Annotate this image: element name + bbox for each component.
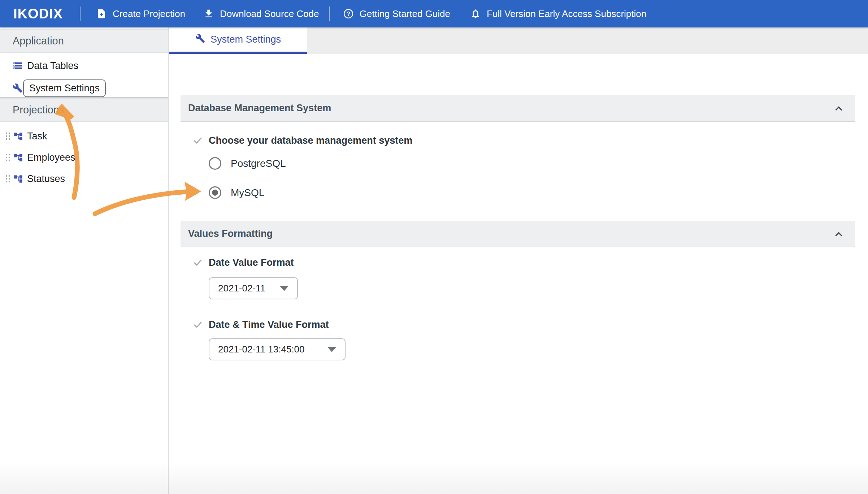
section-title-application: Application bbox=[13, 35, 64, 47]
topbar-divider bbox=[329, 6, 330, 21]
field-label-row: Date Value Format bbox=[181, 257, 855, 268]
caret-down-icon bbox=[280, 286, 288, 291]
sidebar-section-projections: Projections bbox=[0, 98, 168, 122]
sidebar-item-employees[interactable]: Employees bbox=[0, 148, 168, 167]
datetime-format-label: Date & Time Value Format bbox=[209, 319, 329, 330]
download-icon bbox=[203, 8, 214, 19]
tree-icon bbox=[13, 131, 23, 141]
panel-header-values-formatting[interactable]: Values Formatting bbox=[181, 221, 855, 247]
datetime-format-select[interactable]: 2021-02-11 13:45:00 bbox=[209, 338, 346, 360]
tab-strip: System Settings bbox=[169, 27, 868, 54]
panel-header-database-management[interactable]: Database Management System bbox=[181, 95, 855, 122]
question-label: Choose your database management system bbox=[209, 135, 412, 146]
early-access-label: Full Version Early Access Subscription bbox=[487, 8, 646, 20]
chevron-up-icon[interactable] bbox=[832, 103, 845, 115]
date-format-value: 2021-02-11 bbox=[218, 283, 265, 294]
sidebar-item-label: Data Tables bbox=[27, 60, 78, 72]
sidebar-item-label: Employees bbox=[27, 152, 75, 163]
section-title-projections: Projections bbox=[13, 104, 64, 116]
drag-handle-icon[interactable] bbox=[4, 153, 12, 162]
check-icon bbox=[192, 319, 203, 330]
field-label-row: Date & Time Value Format bbox=[181, 319, 855, 330]
tree-icon bbox=[13, 174, 23, 184]
date-format-label: Date Value Format bbox=[209, 257, 294, 268]
create-projection-label: Create Projection bbox=[113, 8, 185, 20]
top-navigation-bar: IKODIX Create Projection Download Source… bbox=[0, 0, 868, 27]
check-icon bbox=[192, 135, 203, 146]
sidebar-item-label: Statuses bbox=[27, 173, 65, 185]
radio-unselected-icon[interactable] bbox=[209, 157, 221, 170]
caret-down-icon bbox=[327, 347, 336, 352]
sidebar-section-application: Application bbox=[0, 29, 168, 53]
early-access-button[interactable]: Full Version Early Access Subscription bbox=[470, 8, 646, 20]
drag-handle-icon[interactable] bbox=[4, 131, 12, 141]
sidebar-item-data-tables[interactable]: Data Tables bbox=[0, 56, 168, 75]
panel-database-management: Database Management System Choose your d… bbox=[181, 95, 855, 199]
radio-option-mysql[interactable]: MySQL bbox=[181, 186, 855, 199]
download-source-button[interactable]: Download Source Code bbox=[203, 8, 319, 20]
storage-icon bbox=[13, 61, 23, 71]
radio-label: MySQL bbox=[231, 187, 264, 199]
panel-values-formatting: Values Formatting Date Value Format 2021… bbox=[181, 221, 855, 360]
chevron-up-icon[interactable] bbox=[832, 228, 845, 240]
sidebar: Application Data Tables System Settings … bbox=[0, 27, 169, 494]
sidebar-item-label-focused: System Settings bbox=[23, 79, 106, 97]
panel-title: Values Formatting bbox=[188, 228, 273, 239]
sidebar-item-label: Task bbox=[27, 131, 47, 142]
wrench-icon bbox=[13, 83, 23, 93]
tab-label: System Settings bbox=[211, 34, 281, 45]
datetime-format-value: 2021-02-11 13:45:00 bbox=[218, 344, 305, 355]
sidebar-item-task[interactable]: Task bbox=[0, 127, 168, 146]
create-projection-button[interactable]: Create Projection bbox=[96, 8, 185, 20]
getting-started-button[interactable]: ? Getting Started Guide bbox=[343, 8, 450, 20]
sidebar-item-system-settings[interactable]: System Settings bbox=[0, 79, 168, 98]
wrench-icon bbox=[195, 34, 205, 46]
drag-handle-icon[interactable] bbox=[4, 174, 12, 183]
app-logo: IKODIX bbox=[13, 6, 64, 22]
svg-text:?: ? bbox=[347, 10, 350, 17]
help-icon: ? bbox=[343, 8, 354, 19]
question-row: Choose your database management system bbox=[181, 135, 855, 146]
tree-icon bbox=[13, 153, 23, 162]
radio-label: PostgreSQL bbox=[231, 158, 286, 169]
bell-icon bbox=[470, 8, 481, 19]
radio-selected-icon[interactable] bbox=[209, 186, 221, 199]
download-source-label: Download Source Code bbox=[220, 8, 319, 20]
getting-started-label: Getting Started Guide bbox=[360, 8, 450, 20]
sidebar-item-statuses[interactable]: Statuses bbox=[0, 169, 168, 188]
date-format-select[interactable]: 2021-02-11 bbox=[209, 277, 298, 299]
topbar-divider bbox=[80, 6, 81, 21]
check-icon bbox=[192, 257, 203, 268]
panel-title: Database Management System bbox=[188, 103, 331, 114]
tab-system-settings[interactable]: System Settings bbox=[169, 27, 307, 54]
note-add-icon bbox=[96, 8, 107, 19]
sidebar-divider bbox=[0, 97, 168, 98]
radio-option-postgresql[interactable]: PostgreSQL bbox=[181, 157, 855, 170]
